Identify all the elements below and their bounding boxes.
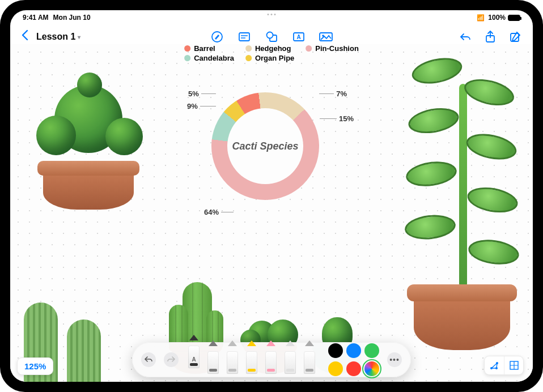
legend-swatch <box>306 45 312 52</box>
pct-label-pincushion: 64% <box>204 208 234 216</box>
grid-view-button[interactable] <box>504 356 523 374</box>
color-swatch-blue[interactable] <box>346 343 361 358</box>
status-time: 9:41 AM <box>23 14 49 22</box>
color-swatch-yellow[interactable] <box>328 361 343 376</box>
drawing-tool-tray: A ••• <box>132 342 411 377</box>
svg-text:A: A <box>296 34 300 40</box>
legend-swatch <box>245 45 252 52</box>
chart-legend: Barrel Hedgehog Pin-Cushion Candelabra O… <box>184 44 359 62</box>
media-icon[interactable] <box>319 30 333 44</box>
multitask-dots[interactable] <box>268 14 276 15</box>
legend-label: Pin-Cushion <box>315 44 359 53</box>
tool-highlighter[interactable] <box>264 346 278 374</box>
tool-brush[interactable] <box>225 346 240 374</box>
tool-crayon[interactable] <box>244 346 259 374</box>
zoom-level-button[interactable]: 125% <box>17 357 53 375</box>
wifi-icon <box>477 14 485 22</box>
tool-pen[interactable]: A <box>186 340 201 368</box>
donut-chart[interactable]: Cacti Species 5% 9% 7% 15% 64% <box>180 73 350 220</box>
legend-label: Candelabra <box>194 54 234 62</box>
text-box-icon[interactable]: A <box>291 30 306 44</box>
status-date: Mon Jun 10 <box>53 14 91 22</box>
tool-eraser[interactable] <box>283 346 298 374</box>
tray-undo-button[interactable] <box>141 352 156 367</box>
back-button[interactable] <box>20 29 28 44</box>
legend-swatch <box>184 55 190 61</box>
pct-label-candelabra: 9% <box>187 102 216 110</box>
legend-label: Organ Pipe <box>255 54 294 62</box>
pct-label-barrel: 7% <box>319 90 347 98</box>
zoom-level-label: 125% <box>24 361 46 371</box>
color-palette <box>328 343 379 376</box>
pct-label-organ: 5% <box>188 90 216 98</box>
pen-tool-icon[interactable] <box>210 30 224 44</box>
color-swatch-red[interactable] <box>346 361 361 376</box>
compose-icon[interactable] <box>508 30 523 44</box>
tool-pencil[interactable] <box>206 346 220 374</box>
drawing-tall-succulent[interactable] <box>404 56 517 350</box>
graph-view-button[interactable] <box>485 356 504 374</box>
chevron-down-icon: ▾ <box>78 34 80 40</box>
image-potted-cactus-cluster[interactable] <box>26 70 151 218</box>
pct-label-hedgehog: 15% <box>320 114 354 123</box>
sticky-note-icon[interactable] <box>237 30 252 44</box>
color-swatch-rainbow[interactable] <box>364 361 379 376</box>
tool-ruler[interactable] <box>302 346 317 374</box>
view-controls <box>484 356 524 375</box>
legend-swatch <box>184 45 190 52</box>
legend-label: Barrel <box>194 44 215 53</box>
undo-icon[interactable] <box>458 30 473 44</box>
ipad-status-bar: 9:41 AM Mon Jun 10 100% <box>10 10 533 23</box>
document-title-menu[interactable]: Lesson 1 ▾ <box>36 32 80 42</box>
share-icon[interactable] <box>483 30 498 44</box>
svg-point-5 <box>266 32 273 39</box>
battery-pct: 100% <box>488 14 506 22</box>
legend-swatch <box>245 55 252 61</box>
freeform-canvas[interactable]: Barrel Hedgehog Pin-Cushion Candelabra O… <box>10 44 533 382</box>
tray-redo-button[interactable] <box>164 352 179 367</box>
legend-label: Hedgehog <box>255 44 291 53</box>
chart-title: Cacti Species <box>232 140 298 152</box>
shape-icon[interactable] <box>264 30 279 44</box>
document-title: Lesson 1 <box>36 32 75 42</box>
svg-rect-1 <box>239 33 249 41</box>
ellipsis-icon: ••• <box>389 355 400 364</box>
color-swatch-green[interactable] <box>364 343 379 358</box>
tray-more-button[interactable]: ••• <box>387 352 402 367</box>
battery-icon <box>508 15 520 21</box>
color-swatch-black[interactable] <box>328 343 343 358</box>
